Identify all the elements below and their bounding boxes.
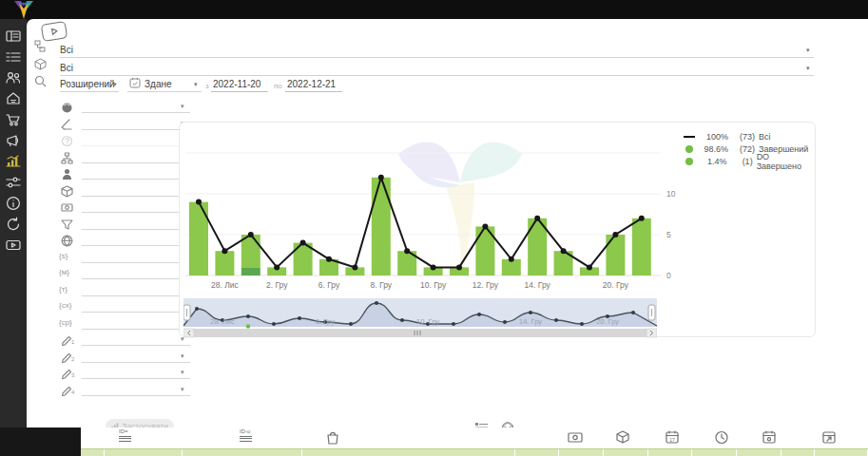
filter-select[interactable] xyxy=(82,300,190,312)
filter-select[interactable] xyxy=(82,351,190,362)
sidebar-item-dashboard-icon[interactable] xyxy=(6,28,21,44)
divider xyxy=(60,91,119,92)
legend-label: Всі xyxy=(759,132,771,142)
legend-line-swatch xyxy=(682,136,697,138)
table-header-cell xyxy=(183,449,302,456)
token-icon: {ср} xyxy=(59,318,72,327)
orders-chart[interactable]: 051028. Лис2. Гру6. Гру8. Гру10. Гру12. … xyxy=(185,126,680,294)
filter-select[interactable] xyxy=(82,200,190,212)
footer-money-icon[interactable] xyxy=(567,429,584,445)
filter-select[interactable] xyxy=(82,284,190,295)
footer-id-list-icon[interactable]: ID= xyxy=(119,429,136,445)
svg-text:14. Гру: 14. Гру xyxy=(519,317,542,326)
sidebar-item-home-icon[interactable] xyxy=(6,91,21,106)
filter-select[interactable] xyxy=(82,151,190,162)
svg-text:6. Гру: 6. Гру xyxy=(316,317,335,326)
sidebar-item-info-icon[interactable] xyxy=(6,196,21,211)
chart-card: 051028. Лис2. Гру6. Гру8. Гру10. Гру12. … xyxy=(179,122,816,337)
filter-select-underline xyxy=(82,262,190,263)
sidebar-item-megaphone-icon[interactable] xyxy=(6,133,21,148)
filter-select-underline xyxy=(82,395,190,396)
legend-pct: 98.6% xyxy=(697,144,728,154)
footer-calendar-a-icon[interactable] xyxy=(761,429,778,445)
chevron-down-icon[interactable]: ▾ xyxy=(194,81,198,88)
svg-text:0: 0 xyxy=(666,271,671,280)
footer-calendar-export-icon[interactable] xyxy=(820,429,838,445)
sidebar-item-users-icon[interactable] xyxy=(6,70,21,86)
svg-text:10: 10 xyxy=(666,189,676,199)
x-axis-label: 10. Гру xyxy=(420,280,447,290)
divider xyxy=(211,91,268,92)
sidebar-item-list-icon[interactable] xyxy=(6,49,21,65)
scrollbar-left-button xyxy=(183,329,194,337)
filter-select[interactable] xyxy=(82,167,190,179)
bar-completed xyxy=(372,178,391,276)
filter-select[interactable] xyxy=(82,317,190,329)
legend-pct: 100% xyxy=(697,132,728,142)
line-point xyxy=(404,248,410,254)
footer-corner-block xyxy=(0,428,81,456)
brush-handle-left xyxy=(183,305,190,320)
chart-legend: 100%(73)Всі98.6%(72)Завершений1.4%(1)DO … xyxy=(682,130,815,167)
date-mode-select[interactable]: Здане xyxy=(145,79,172,89)
sidebar-item-sliders-icon[interactable] xyxy=(6,175,21,190)
filter-select[interactable] xyxy=(82,118,190,129)
filter-select[interactable] xyxy=(82,234,190,245)
filter-select[interactable] xyxy=(82,384,190,395)
top-bar xyxy=(0,0,868,19)
chevron-down-icon[interactable]: ▾ xyxy=(113,81,117,88)
pencil-icon: 1 xyxy=(61,333,73,346)
line-point xyxy=(326,256,332,262)
footer-id-o-list-icon[interactable]: ID-o xyxy=(240,429,257,445)
chevron-down-icon[interactable]: ▾ xyxy=(806,65,810,72)
date-from-input[interactable]: 2022-11-20 xyxy=(213,79,260,89)
calendar-check-icon xyxy=(129,77,141,88)
footer-cube-icon[interactable] xyxy=(614,429,631,445)
footer-clock-icon[interactable] xyxy=(713,429,730,445)
footer-bag-icon[interactable] xyxy=(324,429,341,445)
date-to-input[interactable]: 2022-12-21 xyxy=(287,79,336,89)
line-point xyxy=(431,264,436,270)
chart-minimap-brush[interactable]: 28. Лис6. Гру10. Гру14. Гру20. Гру xyxy=(183,298,657,338)
filter-select[interactable] xyxy=(82,218,190,229)
line-point xyxy=(274,264,280,270)
filter-select[interactable] xyxy=(82,333,190,345)
brand-logo-icon[interactable] xyxy=(11,0,36,20)
filter-select-underline xyxy=(82,312,190,313)
legend-row[interactable]: 1.4%(1)DO Завершено xyxy=(682,155,815,167)
legend-row[interactable]: 100%(73)Всі xyxy=(682,130,815,142)
tutorial-play-button[interactable] xyxy=(41,21,68,42)
filter-select-underline xyxy=(82,112,190,113)
search-mode-select[interactable]: Розширений xyxy=(60,79,115,89)
product-filter-select[interactable]: Всі xyxy=(60,63,73,73)
search-icon xyxy=(34,75,47,87)
sidebar-item-cart-icon[interactable] xyxy=(6,112,21,127)
table-header-cell xyxy=(105,449,183,456)
table-header-cell xyxy=(737,449,781,456)
table-header-cell xyxy=(604,449,648,456)
filter-select-underline xyxy=(82,278,190,279)
x-axis-label: 2. Гру xyxy=(266,280,288,290)
group-filter-select[interactable]: Всі xyxy=(60,45,73,55)
chevron-down-icon[interactable]: ▾ xyxy=(806,47,810,54)
filter-select-underline xyxy=(82,245,190,246)
bar-completed xyxy=(606,235,625,276)
filter-select[interactable] xyxy=(82,367,190,378)
sidebar-item-refresh-icon[interactable] xyxy=(6,217,21,232)
sidebar-item-chart-icon[interactable] xyxy=(6,154,21,169)
cube-icon xyxy=(34,58,47,70)
divider xyxy=(60,75,814,76)
cube-icon xyxy=(61,184,73,197)
filter-select[interactable] xyxy=(82,267,190,278)
line-point xyxy=(534,216,540,221)
date-to-label: по xyxy=(274,82,282,90)
svg-text:10. Гру: 10. Гру xyxy=(416,317,439,326)
filter-select[interactable] xyxy=(82,134,190,145)
filter-select[interactable] xyxy=(82,251,190,262)
question-icon xyxy=(61,134,73,146)
filter-select[interactable] xyxy=(82,184,190,196)
filter-select[interactable] xyxy=(82,101,190,112)
sidebar-item-video-icon[interactable] xyxy=(6,238,21,253)
line-point xyxy=(248,232,254,238)
footer-calendar-17-icon[interactable]: 17 xyxy=(664,429,681,445)
